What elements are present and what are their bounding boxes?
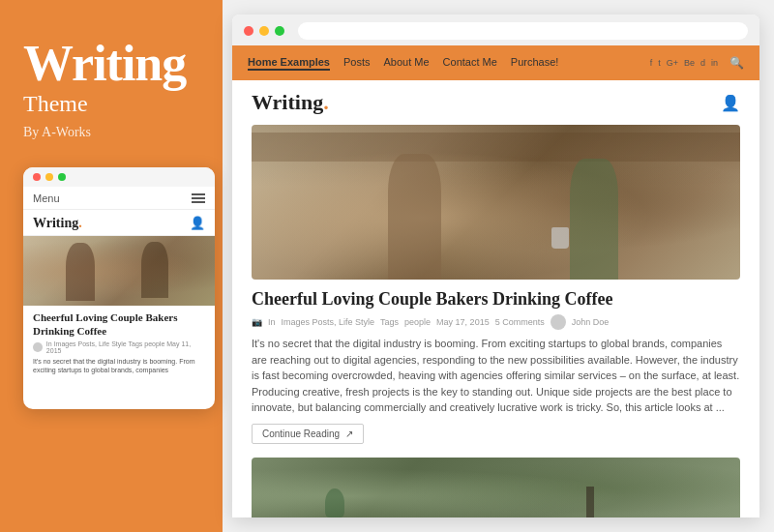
site-navigation: Home Examples Posts About Me Contact Me … [232,45,759,80]
meta-tags-label: Tags [380,317,399,327]
mobile-couple-right [141,242,168,298]
meta-date: May 17, 2015 [436,317,490,327]
left-panel: Writing Theme By A-Works Menu Writing. 👤… [0,0,223,532]
meta-tags: people [404,317,431,327]
hero-person-right [570,159,618,280]
social-d[interactable]: d [700,58,705,68]
author-name: John Doe [572,317,610,327]
mobile-couple-left [66,243,95,301]
article-card-2-image [252,458,740,518]
meta-icon: 📷 [252,317,262,327]
mobile-mockup: Menu Writing. 👤 Cheerful Loving Couple B… [23,167,215,409]
mobile-article-image [23,236,215,306]
mobile-writing-header: Writing. 👤 [23,210,215,236]
author-avatar [551,314,566,330]
article-1-excerpt: It's no secret that the digital industry… [252,336,740,416]
logo-dot: . [323,90,329,114]
browser-address-bar[interactable] [298,22,748,40]
mobile-dot-red [33,173,41,181]
mobile-site-logo: Writing. [33,216,82,231]
nav-home-examples[interactable]: Home Examples [248,56,330,71]
nav-contact[interactable]: Contact Me [443,56,497,71]
site-header: Writing. 👤 [252,90,740,115]
desk-lamp [586,487,594,518]
social-be[interactable]: Be [684,58,695,68]
site-content: Writing. 👤 Cheerful Loving Couple Bakers… [232,80,759,517]
nav-purchase[interactable]: Purchase! [511,56,559,71]
plant [325,488,344,517]
brand-title: Writing [23,39,186,89]
mobile-article-meta: In Images Posts, Life Style Tags people … [23,340,215,354]
brand-sub: Theme [23,91,88,117]
browser-chrome [232,15,759,45]
mobile-article-title: Cheerful Loving Couple Bakers Drinking C… [23,306,215,340]
mobile-img-overlay [23,236,215,306]
article-1-meta: 📷 In Images Posts, Life Style Tags peopl… [252,314,740,330]
browser-dot-red[interactable] [244,26,253,36]
mobile-logo-dot: . [78,216,82,230]
hero-cup [551,227,569,249]
social-in[interactable]: in [711,58,718,68]
right-panel: Home Examples Posts About Me Contact Me … [223,0,774,532]
nav-posts[interactable]: Posts [343,56,371,71]
share-icon[interactable]: ↗ [345,429,353,439]
mobile-dot-yellow [45,173,53,181]
mobile-user-icon: 👤 [190,216,205,231]
mobile-menu-bar: Menu [23,187,215,210]
social-tw[interactable]: t [658,58,661,68]
browser-dot-yellow[interactable] [259,26,269,36]
user-profile-icon[interactable]: 👤 [721,94,740,112]
nav-about[interactable]: About Me [384,56,430,71]
mobile-dot-green [58,173,66,181]
browser-window: Home Examples Posts About Me Contact Me … [232,15,759,517]
nav-social: f t G+ Be d in 🔍 [650,56,744,70]
meta-comments: 5 Comments [495,317,545,327]
article-card-1: Cheerful Loving Couple Bakers Drinking C… [252,125,740,444]
social-fb[interactable]: f [650,58,653,68]
mobile-menu-label: Menu [33,192,60,204]
site-logo: Writing. [252,90,329,115]
search-icon[interactable]: 🔍 [729,56,744,70]
mobile-meta-text: In Images Posts, Life Style Tags people … [46,340,205,354]
meta-categories: Images Posts, Life Style [282,317,375,327]
mobile-article-excerpt: It's no secret that the digital industry… [23,354,215,381]
nav-links: Home Examples Posts About Me Contact Me … [248,56,558,71]
mobile-avatar [33,342,43,352]
hero-overlay [252,125,740,280]
continue-reading-label: Continue Reading [262,429,340,439]
article-1-title[interactable]: Cheerful Loving Couple Bakers Drinking C… [252,289,740,310]
continue-reading-button[interactable]: Continue Reading ↗ [252,424,364,444]
browser-dot-green[interactable] [275,26,284,36]
social-gplus[interactable]: G+ [667,58,678,68]
hero-person-left [388,154,441,280]
brand-by: By A-Works [23,125,91,140]
meta-in: In [268,317,276,327]
desk-surface [301,517,692,518]
article-hero-image [252,125,740,280]
hamburger-icon[interactable] [192,193,205,203]
mobile-chrome-bar [23,167,215,187]
